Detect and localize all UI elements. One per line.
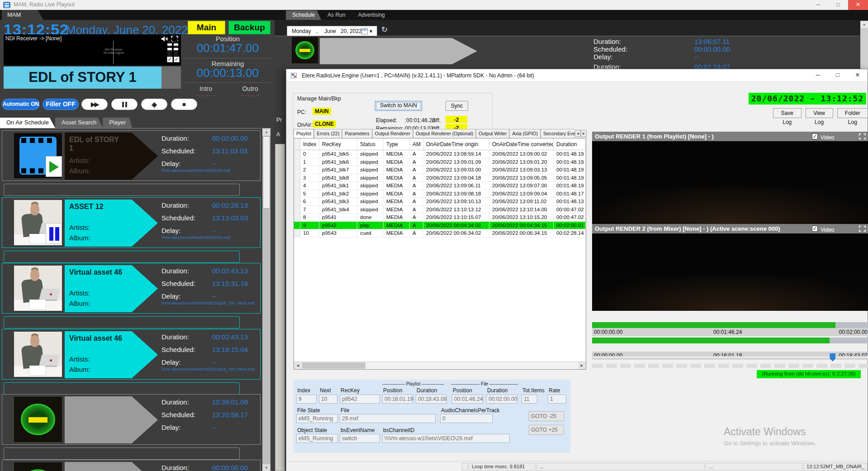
automatic-toggle-button[interactable]: Automatic ON bbox=[2, 99, 40, 110]
playlist-row[interactable]: 10p9543cuedMEDIAA20/06/2022 00:06:34.022… bbox=[294, 229, 586, 238]
row-selector[interactable] bbox=[294, 158, 300, 167]
fullscreen-icon[interactable] bbox=[859, 225, 866, 232]
pause-button[interactable] bbox=[111, 99, 138, 110]
row-selector[interactable] bbox=[294, 190, 300, 198]
schedule-item[interactable]: ASSET 12Artists:Album:Duration:00:02:28.… bbox=[2, 197, 261, 248]
row-selector[interactable] bbox=[294, 150, 300, 158]
calendar-dropdown-icon[interactable]: ▾ bbox=[370, 28, 372, 34]
playlist-row[interactable]: 6p9541_blk3skippedMEDIAA20/06/2022 13:09… bbox=[294, 198, 586, 206]
row-selector[interactable] bbox=[294, 182, 300, 190]
bschannel-field[interactable]: \\\Vm-alessio-w10\etx\VIDEO\29.mxf bbox=[382, 434, 510, 443]
filler-toggle-button[interactable]: Filler OFF bbox=[43, 99, 79, 110]
reckey-field[interactable]: p9542 bbox=[340, 395, 380, 404]
log-button-1[interactable]: View Log bbox=[806, 108, 833, 118]
empty-slot[interactable] bbox=[4, 251, 240, 263]
maximize-icon[interactable]: □ bbox=[828, 0, 848, 10]
playlist-row[interactable]: 5p9541_blk2skippedMEDIAA20/06/2022 13:09… bbox=[294, 190, 586, 198]
goto-minus-button[interactable]: GOTO -25 bbox=[529, 411, 564, 421]
playlist-row[interactable]: 4p9541_blk1skippedMEDIAA20/06/2022 13:09… bbox=[294, 182, 586, 190]
column-header-3[interactable]: Type bbox=[384, 138, 410, 150]
playlist-position-field[interactable]: 00:16:01.19 bbox=[382, 395, 413, 404]
channel-checkbox-right[interactable]: ✓ bbox=[174, 57, 180, 62]
pause-icon[interactable] bbox=[46, 223, 62, 244]
main-button[interactable]: Main bbox=[188, 21, 225, 34]
refresh-icon[interactable]: ↻ bbox=[381, 25, 388, 34]
tab-engine-6[interactable]: Axia (GPIO) bbox=[509, 129, 541, 138]
play-icon[interactable] bbox=[46, 156, 62, 177]
column-header-0[interactable]: Index bbox=[300, 138, 319, 150]
scroll-down-icon[interactable]: ▼ bbox=[262, 464, 270, 471]
tab-engine-7[interactable]: Secondary Eve bbox=[541, 129, 575, 138]
tab-engine-4[interactable]: Output Renderer (Optional) bbox=[413, 129, 476, 138]
minimize-icon[interactable]: ─ bbox=[808, 69, 828, 82]
sync-button[interactable]: Sync bbox=[446, 101, 468, 111]
video-checkbox[interactable]: ✓ bbox=[812, 226, 818, 232]
row-selector[interactable] bbox=[294, 166, 300, 174]
audio-channels-field[interactable]: 0 bbox=[440, 414, 493, 423]
column-header-4[interactable]: AM bbox=[410, 138, 423, 150]
column-header-6[interactable]: OnAirDateTime converted bbox=[489, 138, 554, 150]
playlist-row[interactable]: 8p9541doneMEDIAA20/06/2022 13:10:15.0720… bbox=[294, 214, 586, 222]
log-button-2[interactable]: Folder Log bbox=[837, 108, 868, 118]
empty-slot[interactable] bbox=[4, 447, 240, 460]
file-field[interactable]: 29.mxf bbox=[340, 414, 436, 423]
column-header-1[interactable]: RecKey bbox=[319, 138, 357, 150]
tab-mam[interactable]: MAM bbox=[2, 10, 43, 20]
tab-onair-0[interactable]: On Air Schedule bbox=[0, 118, 55, 128]
row-selector[interactable] bbox=[294, 174, 300, 182]
file-duration-field[interactable]: 00:02:00.00 bbox=[486, 395, 517, 404]
playlist-row[interactable]: 9p9542playMEDIAA20/06/2022 00:04:34.0220… bbox=[294, 222, 586, 230]
goto-plus-button[interactable]: GOTO +25 bbox=[529, 425, 564, 435]
tab-engine-5[interactable]: Output Writer bbox=[476, 129, 509, 138]
index-field[interactable]: 9 bbox=[296, 395, 317, 404]
empty-slot[interactable] bbox=[4, 184, 240, 196]
tab-scroll-left-icon[interactable]: ◀ bbox=[575, 130, 581, 137]
log-button-0[interactable]: Save Log bbox=[773, 108, 802, 118]
schedule-item[interactable]: Duration:10:39:01.08Scheduled:13:20:58.1… bbox=[2, 394, 261, 445]
schedule-item[interactable]: Virtual asset 46Artists:Album:Duration:0… bbox=[2, 329, 261, 380]
tab-onair-2[interactable]: Player bbox=[103, 118, 132, 128]
close-icon[interactable]: ✕ bbox=[848, 0, 868, 10]
switch-to-main-button[interactable]: Switch to MAIN bbox=[375, 101, 422, 111]
schedule-scrollbar[interactable]: ▲ ▼ bbox=[262, 128, 270, 471]
tab-schedule-1[interactable]: As Run bbox=[321, 10, 351, 20]
tab-engine-0[interactable]: Playlist bbox=[294, 129, 314, 138]
tab-engine-2[interactable]: Parameters bbox=[342, 129, 372, 138]
row-selector[interactable] bbox=[294, 222, 300, 230]
tab-onair-1[interactable]: Asset Search bbox=[55, 118, 103, 128]
etere-titlebar[interactable]: Etere.RadioLive.Engine (User=1 , PC=MAIN… bbox=[286, 69, 868, 82]
row-selector[interactable] bbox=[294, 229, 300, 238]
playlist-row[interactable]: 2p9541_blk7skippedMEDIAA20/06/2022 13:09… bbox=[294, 166, 586, 174]
row-selector[interactable] bbox=[294, 206, 300, 214]
bsevent-field[interactable]: switch bbox=[340, 434, 380, 443]
schedule-item[interactable]: Virtual asset 46Artists:Album:Duration:0… bbox=[2, 263, 261, 314]
seek-slider-thumb[interactable] bbox=[830, 353, 835, 362]
date-picker[interactable]: Monday , June 20, 2022 ▾ bbox=[287, 26, 377, 36]
channel-checkbox-left[interactable]: ✓ bbox=[167, 57, 173, 62]
empty-slot[interactable] bbox=[4, 316, 240, 328]
scroll-thumb[interactable] bbox=[302, 362, 365, 369]
column-header-2[interactable]: Status bbox=[357, 138, 384, 150]
object-state-field[interactable]: eMS_Running bbox=[296, 434, 338, 443]
fullscreen-icon[interactable] bbox=[859, 133, 866, 140]
fast-forward-button[interactable]: ▶▶ bbox=[81, 99, 108, 110]
next-field[interactable]: 10 bbox=[319, 395, 337, 404]
tab-scroll-right-icon[interactable]: ▶ bbox=[581, 130, 587, 137]
playlist-row[interactable]: 1p9541_blk6skippedMEDIAA20/06/2022 13:09… bbox=[294, 158, 586, 167]
seek-slider[interactable] bbox=[592, 356, 868, 358]
schedule-item[interactable]: EDL of STORY 1Artists:Album:Duration:00:… bbox=[2, 130, 261, 181]
schedule-panel-scrollbar[interactable]: ▲ bbox=[860, 21, 868, 69]
tab-schedule-0[interactable]: Schedule bbox=[286, 10, 321, 20]
tab-schedule-2[interactable]: Advertising bbox=[351, 10, 391, 20]
maximize-icon[interactable]: □ bbox=[828, 69, 848, 82]
loop-button[interactable]: ◈ bbox=[141, 99, 167, 110]
row-selector[interactable] bbox=[294, 198, 300, 206]
scroll-left-icon[interactable]: ◀ bbox=[294, 362, 302, 369]
scroll-up-icon[interactable]: ▲ bbox=[860, 21, 868, 28]
playlist-row[interactable]: 7p9541_blk4skippedMEDIAA20/06/2022 13:10… bbox=[294, 206, 586, 214]
scroll-right-icon[interactable]: ▶ bbox=[578, 362, 586, 369]
schedule-item[interactable]: Duration:00:00:00.00 bbox=[2, 460, 261, 471]
calendar-icon[interactable] bbox=[361, 28, 368, 34]
file-state-field[interactable]: eMS_Running bbox=[296, 414, 338, 423]
empty-slot[interactable] bbox=[4, 382, 240, 395]
